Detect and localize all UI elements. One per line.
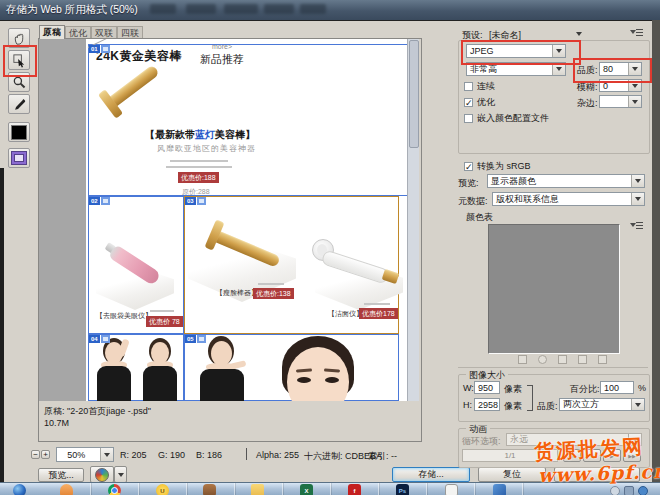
decor-text-line (258, 283, 284, 285)
status-b: B: 186 (196, 450, 222, 460)
metadata-select[interactable]: 版权和联系信息 (492, 192, 645, 206)
flash-icon[interactable]: f (348, 484, 361, 495)
percent-label: 百分比: (570, 383, 600, 396)
uc-browser-icon[interactable]: U (156, 484, 169, 495)
decor-text-line (364, 303, 390, 305)
reset-button[interactable]: 复位 (478, 467, 546, 482)
optimized-checkbox-row[interactable]: ✓ 优化 (464, 96, 495, 109)
browser-select-button[interactable] (90, 466, 114, 483)
zoom-tool[interactable] (8, 72, 30, 92)
zoom-out-button[interactable]: − (31, 450, 40, 459)
folder-icon[interactable] (251, 484, 264, 495)
hand-tool[interactable] (8, 28, 30, 48)
eyedropper-tool[interactable] (8, 94, 30, 114)
loop-options-label: 循环选项: (462, 435, 501, 448)
messenger-icon[interactable] (60, 484, 73, 495)
browser-select-arrow[interactable] (114, 466, 127, 483)
model-photo-2 (138, 338, 182, 401)
color-table-toolbar (518, 355, 607, 364)
slice-select-tool[interactable] (8, 50, 30, 70)
panel-menu-icon[interactable] (630, 220, 644, 230)
height-input[interactable]: 2958 (474, 398, 500, 411)
start-orb[interactable] (13, 484, 26, 495)
checkbox-checked[interactable]: ✓ (464, 98, 473, 107)
status-divider (246, 448, 247, 460)
tray-icon[interactable] (610, 486, 620, 495)
save-button[interactable]: 存储... (392, 467, 470, 482)
panel-menu-icon[interactable] (630, 27, 644, 37)
chevron-down-icon (628, 96, 641, 107)
tray-icon[interactable] (624, 486, 634, 495)
slice-select-icon (12, 53, 27, 68)
preview-in-browser-button[interactable]: 预览... (38, 468, 84, 482)
notepad-icon[interactable] (445, 484, 458, 495)
status-alpha: Alpha: 255 (256, 450, 299, 460)
chevron-down-icon (628, 80, 641, 91)
zoom-in-button[interactable]: + (41, 450, 50, 459)
preview-viewport[interactable]: 01 24K黄金美容棒 more> 新品推荐 【最新款带蓝灯美容棒】 风靡欧亚地… (39, 39, 419, 401)
color-table-well (488, 224, 620, 354)
tray-icon[interactable] (638, 486, 648, 495)
convert-srgb-checkbox-row[interactable]: ✓ 转换为 sRGB (464, 160, 531, 173)
status-g: G: 190 (158, 450, 185, 460)
percent-input[interactable]: 100 (600, 381, 634, 394)
slice03-left-label: 【瘦脸棒器】 (216, 288, 258, 298)
drive-icon[interactable] (493, 484, 506, 495)
photoshop-icon[interactable]: Ps (396, 484, 409, 495)
quality-input[interactable]: 80 (599, 62, 642, 76)
status-index: 索引: -- (368, 450, 397, 463)
matte-select[interactable] (599, 95, 642, 108)
scrollbar-thumb[interactable] (409, 40, 419, 148)
checkbox-checked[interactable]: ✓ (464, 162, 473, 171)
width-input[interactable]: 950 (474, 381, 500, 394)
color-table-title: 颜色表 (466, 211, 493, 224)
metadata-label: 元数据: (458, 195, 488, 208)
chevron-down-icon (100, 448, 113, 461)
hand-icon (12, 31, 27, 46)
checkbox-unchecked[interactable] (464, 114, 473, 123)
zoom-level-select[interactable]: 50% (56, 447, 114, 462)
preview-vertical-scrollbar[interactable] (407, 39, 419, 401)
chevron-down-icon (631, 399, 644, 410)
slice01-price: 优惠价:188 (178, 172, 219, 183)
tab-original[interactable]: 原稿 (39, 25, 65, 39)
height-label: H: (463, 400, 472, 410)
checkbox-unchecked[interactable] (464, 82, 473, 91)
dialog-titlebar[interactable]: 存储为 Web 所用格式 (50%) (0, 0, 660, 21)
slice-type-icon (196, 335, 206, 343)
chevron-down-icon (552, 63, 565, 75)
slice-visibility-toggle[interactable] (8, 148, 30, 168)
resample-quality-select[interactable]: 两次立方 (559, 398, 645, 411)
watermark-url: www.6pf.cn (538, 460, 660, 487)
contacts-icon[interactable] (203, 484, 216, 495)
original-info-line: 原稿: "2-20首页jiage -.psd" (44, 405, 151, 418)
panel-separator (458, 367, 648, 368)
slice-badge-01: 01 (89, 45, 110, 53)
compression-select[interactable]: 非常高 (466, 62, 566, 76)
lock-color-icon (558, 355, 567, 364)
embed-profile-checkbox-row[interactable]: 嵌入颜色配置文件 (464, 112, 549, 125)
dialog-title: 存储为 Web 所用格式 (50%) (0, 3, 138, 17)
slice-type-icon (100, 45, 110, 53)
format-select[interactable]: JPEG (466, 44, 566, 58)
background-window-edge-left (0, 168, 4, 482)
slice-type-icon (196, 197, 206, 205)
preset-chevron-icon[interactable] (576, 32, 582, 36)
browser-globe-icon (95, 468, 109, 482)
gold-beauty-bar-image-2 (205, 218, 297, 280)
blur-input[interactable]: 0 (599, 79, 642, 92)
excel-icon[interactable]: X (300, 484, 313, 495)
progressive-checkbox-row[interactable]: 连续 (464, 80, 495, 93)
cleansing-device-image (310, 233, 406, 295)
decor-text-line (150, 310, 174, 312)
preview-mode-select[interactable]: 显示器颜色 (487, 174, 645, 188)
slice-badge-03: 03 (185, 197, 206, 205)
chevron-down-icon (628, 63, 641, 75)
eyedropper-color-swatch[interactable] (8, 122, 30, 142)
chrome-icon[interactable] (108, 484, 121, 495)
original-filename: "2-20首页jiage -.psd" (67, 406, 151, 416)
model-face-closeup (282, 336, 354, 401)
slice-toggle-icon (11, 151, 27, 165)
resample-quality-label: 品质: (537, 400, 558, 413)
model-photo-1 (92, 338, 136, 401)
